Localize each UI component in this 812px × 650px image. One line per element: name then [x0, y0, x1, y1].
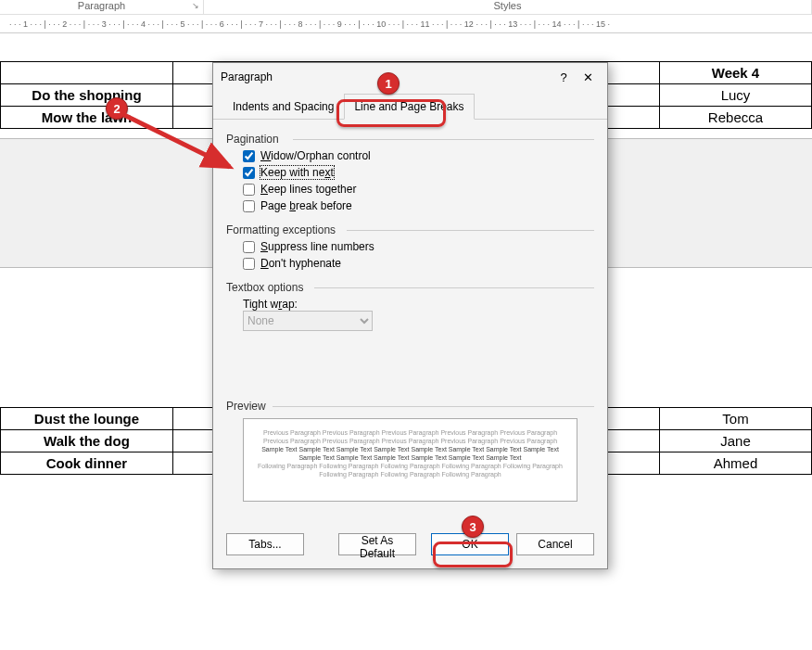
page-break-label: Page break before	[260, 199, 352, 212]
widow-orphan-label: Widow/Orphan control	[260, 149, 371, 162]
suppress-lines-label: Suppress line numbers	[260, 240, 374, 253]
annotation-badge-3: 3	[462, 516, 484, 538]
keep-lines-checkbox[interactable]	[243, 184, 255, 196]
tab-line-page-breaks[interactable]: Line and Page Breaks	[344, 94, 474, 120]
keep-lines-label: Keep lines together	[260, 183, 356, 196]
help-button[interactable]: ?	[552, 70, 576, 84]
preview-prev-text: Previous Paragraph Previous Paragraph Pr…	[253, 428, 567, 445]
dont-hyphenate-label: Don't hyphenate	[260, 257, 341, 270]
cell[interactable]: Lucy	[659, 84, 811, 107]
paragraph-dialog: Paragraph ? ✕ Indents and Spacing Line a…	[212, 62, 608, 569]
cell[interactable]: Tom	[659, 408, 811, 430]
checkbox-dont-hyphenate[interactable]: Don't hyphenate	[243, 257, 594, 270]
group-textbox-options: Textbox options	[226, 281, 594, 294]
dont-hyphenate-checkbox[interactable]	[243, 258, 255, 270]
checkbox-suppress-line-numbers[interactable]: Suppress line numbers	[243, 240, 594, 253]
tight-wrap-row: Tight wrap: None	[243, 298, 594, 331]
dialog-button-row: Tabs... Set As Default OK Cancel	[213, 524, 607, 568]
annotation-badge-2: 2	[106, 97, 128, 120]
row-label[interactable]: Walk the dog	[1, 430, 173, 452]
row-label[interactable]: Do the shopping	[1, 84, 173, 107]
tab-indents-spacing[interactable]: Indents and Spacing	[222, 94, 344, 120]
row-label[interactable]: Cook dinner	[1, 452, 173, 475]
dialog-titlebar[interactable]: Paragraph ? ✕	[213, 63, 607, 91]
close-button[interactable]: ✕	[576, 70, 600, 84]
dialog-body: Pagination Widow/Orphan control Keep wit…	[213, 120, 607, 524]
keep-with-next-label: Keep with next	[260, 166, 334, 179]
ribbon-group-labels: Paragraph ↘ Styles	[0, 0, 812, 15]
set-as-default-button[interactable]: Set As Default	[338, 533, 416, 555]
page-break-checkbox[interactable]	[243, 200, 255, 212]
checkbox-keep-lines-together[interactable]: Keep lines together	[243, 183, 594, 196]
ribbon-group-label: Paragraph	[78, 0, 125, 11]
ribbon-group-paragraph: Paragraph ↘	[0, 0, 204, 14]
suppress-lines-checkbox[interactable]	[243, 241, 255, 253]
preview-sample-text: Sample Text Sample Text Sample Text Samp…	[253, 445, 567, 462]
cancel-button[interactable]: Cancel	[516, 533, 594, 555]
tabs-button[interactable]: Tabs...	[226, 533, 304, 555]
row-label[interactable]: Dust the lounge	[1, 408, 173, 430]
keep-with-next-checkbox[interactable]	[243, 167, 255, 179]
group-preview: Preview	[226, 400, 594, 413]
tight-wrap-label: Tight wrap:	[243, 298, 594, 311]
checkbox-widow-orphan[interactable]: Widow/Orphan control	[243, 149, 594, 162]
group-pagination: Pagination	[226, 133, 594, 146]
ribbon-group-styles: Styles	[204, 0, 812, 14]
paragraph-dialog-launcher-icon[interactable]: ↘	[191, 1, 200, 10]
preview-area: Previous Paragraph Previous Paragraph Pr…	[243, 418, 577, 502]
preview-follow-text: Following Paragraph Following Paragraph …	[253, 462, 567, 478]
tight-wrap-select: None	[243, 311, 373, 331]
row-label[interactable]: Mow the lawn	[1, 107, 173, 129]
dialog-title: Paragraph	[221, 70, 273, 83]
checkbox-keep-with-next[interactable]: Keep with next	[243, 166, 594, 179]
ribbon-group-label: Styles	[494, 0, 522, 11]
table-header[interactable]: Week 4	[659, 62, 811, 84]
cell[interactable]: Jane	[659, 430, 811, 452]
dialog-tabbar: Indents and Spacing Line and Page Breaks	[213, 91, 607, 120]
horizontal-ruler[interactable]: · · · 1 · · · | · · · 2 · · · | · · · 3 …	[0, 15, 812, 33]
checkbox-page-break-before[interactable]: Page break before	[243, 199, 594, 212]
group-formatting-exceptions: Formatting exceptions	[226, 223, 594, 236]
annotation-badge-1: 1	[377, 72, 400, 95]
widow-orphan-checkbox[interactable]	[243, 150, 255, 162]
cell[interactable]: Ahmed	[659, 452, 811, 475]
cell[interactable]: Rebecca	[659, 107, 811, 129]
